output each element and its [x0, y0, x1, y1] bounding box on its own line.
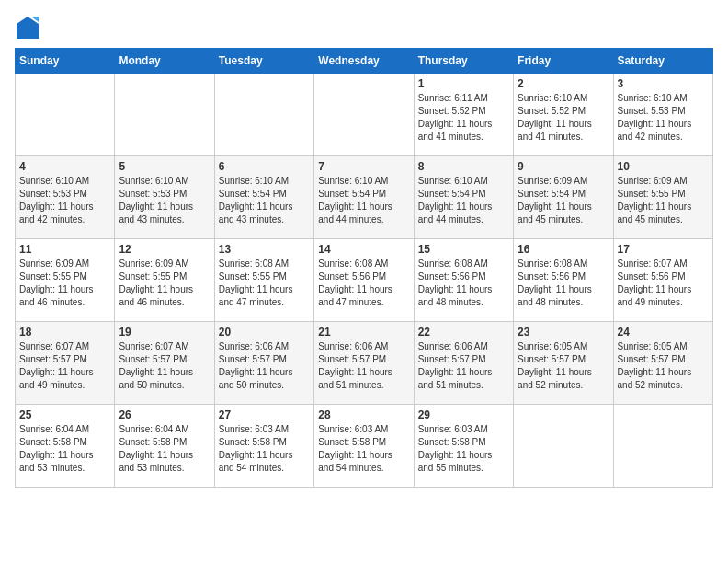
day-info: Sunrise: 6:03 AM Sunset: 5:58 PM Dayligh…: [418, 423, 509, 475]
logo-icon: [15, 15, 40, 40]
day-info: Sunrise: 6:08 AM Sunset: 5:56 PM Dayligh…: [518, 258, 609, 309]
calendar-cell: 15Sunrise: 6:08 AM Sunset: 5:56 PM Dayli…: [414, 239, 513, 322]
day-info: Sunrise: 6:04 AM Sunset: 5:58 PM Dayligh…: [119, 423, 210, 475]
calendar-cell: 26Sunrise: 6:04 AM Sunset: 5:58 PM Dayli…: [115, 405, 214, 488]
calendar-week-row: 25Sunrise: 6:04 AM Sunset: 5:58 PM Dayli…: [16, 405, 713, 488]
calendar-cell: [613, 405, 712, 488]
calendar-cell: 4Sunrise: 6:10 AM Sunset: 5:53 PM Daylig…: [16, 156, 115, 239]
day-number: 6: [219, 160, 310, 173]
calendar-cell: 19Sunrise: 6:07 AM Sunset: 5:57 PM Dayli…: [115, 322, 214, 405]
day-info: Sunrise: 6:10 AM Sunset: 5:54 PM Dayligh…: [418, 175, 509, 226]
day-info: Sunrise: 6:05 AM Sunset: 5:57 PM Dayligh…: [618, 340, 709, 392]
calendar-table: SundayMondayTuesdayWednesdayThursdayFrid…: [15, 48, 713, 488]
day-info: Sunrise: 6:10 AM Sunset: 5:54 PM Dayligh…: [219, 175, 310, 226]
calendar-cell: 2Sunrise: 6:10 AM Sunset: 5:52 PM Daylig…: [514, 74, 613, 156]
day-number: 3: [618, 77, 709, 90]
col-header-friday: Friday: [514, 49, 613, 74]
calendar-cell: 22Sunrise: 6:06 AM Sunset: 5:57 PM Dayli…: [414, 322, 513, 405]
col-header-wednesday: Wednesday: [314, 49, 414, 74]
calendar-week-row: 4Sunrise: 6:10 AM Sunset: 5:53 PM Daylig…: [16, 156, 713, 239]
calendar-cell: [514, 405, 613, 488]
calendar-cell: 9Sunrise: 6:09 AM Sunset: 5:54 PM Daylig…: [514, 156, 613, 239]
day-number: 12: [119, 243, 210, 256]
calendar-cell: [115, 74, 214, 156]
calendar-cell: 29Sunrise: 6:03 AM Sunset: 5:58 PM Dayli…: [414, 405, 513, 488]
calendar-cell: 6Sunrise: 6:10 AM Sunset: 5:54 PM Daylig…: [214, 156, 313, 239]
col-header-monday: Monday: [115, 49, 214, 74]
day-number: 5: [119, 160, 210, 173]
calendar-cell: 12Sunrise: 6:09 AM Sunset: 5:55 PM Dayli…: [115, 239, 214, 322]
calendar-cell: 27Sunrise: 6:03 AM Sunset: 5:58 PM Dayli…: [214, 405, 313, 488]
col-header-saturday: Saturday: [613, 49, 712, 74]
day-number: 13: [219, 243, 310, 256]
day-info: Sunrise: 6:10 AM Sunset: 5:53 PM Dayligh…: [119, 175, 210, 226]
calendar-cell: 21Sunrise: 6:06 AM Sunset: 5:57 PM Dayli…: [314, 322, 414, 405]
day-info: Sunrise: 6:04 AM Sunset: 5:58 PM Dayligh…: [19, 423, 110, 475]
day-number: 25: [19, 408, 110, 421]
day-number: 28: [318, 408, 409, 421]
calendar-cell: 10Sunrise: 6:09 AM Sunset: 5:55 PM Dayli…: [613, 156, 712, 239]
day-number: 10: [618, 160, 709, 173]
logo: [15, 15, 44, 40]
calendar-week-row: 18Sunrise: 6:07 AM Sunset: 5:57 PM Dayli…: [16, 322, 713, 405]
day-number: 17: [618, 243, 709, 256]
calendar-cell: 28Sunrise: 6:03 AM Sunset: 5:58 PM Dayli…: [314, 405, 414, 488]
day-info: Sunrise: 6:10 AM Sunset: 5:53 PM Dayligh…: [618, 92, 709, 144]
calendar-cell: 1Sunrise: 6:11 AM Sunset: 5:52 PM Daylig…: [414, 74, 513, 156]
day-info: Sunrise: 6:07 AM Sunset: 5:57 PM Dayligh…: [19, 340, 110, 392]
col-header-thursday: Thursday: [414, 49, 513, 74]
day-number: 8: [418, 160, 509, 173]
calendar-cell: 20Sunrise: 6:06 AM Sunset: 5:57 PM Dayli…: [214, 322, 313, 405]
calendar-cell: 3Sunrise: 6:10 AM Sunset: 5:53 PM Daylig…: [613, 74, 712, 156]
calendar-week-row: 11Sunrise: 6:09 AM Sunset: 5:55 PM Dayli…: [16, 239, 713, 322]
col-header-tuesday: Tuesday: [214, 49, 313, 74]
calendar-cell: 17Sunrise: 6:07 AM Sunset: 5:56 PM Dayli…: [613, 239, 712, 322]
svg-marker-0: [17, 17, 39, 39]
day-number: 19: [119, 326, 210, 339]
day-number: 21: [318, 326, 409, 339]
day-number: 22: [418, 326, 509, 339]
day-number: 4: [19, 160, 110, 173]
day-number: 15: [418, 243, 509, 256]
page-header: [15, 15, 713, 40]
day-info: Sunrise: 6:08 AM Sunset: 5:56 PM Dayligh…: [418, 258, 509, 309]
day-number: 24: [618, 326, 709, 339]
day-info: Sunrise: 6:07 AM Sunset: 5:56 PM Dayligh…: [618, 258, 709, 309]
day-info: Sunrise: 6:03 AM Sunset: 5:58 PM Dayligh…: [318, 423, 409, 475]
day-number: 9: [518, 160, 609, 173]
day-number: 14: [318, 243, 409, 256]
day-number: 29: [418, 408, 509, 421]
calendar-cell: 25Sunrise: 6:04 AM Sunset: 5:58 PM Dayli…: [16, 405, 115, 488]
day-info: Sunrise: 6:06 AM Sunset: 5:57 PM Dayligh…: [318, 340, 409, 392]
day-number: 16: [518, 243, 609, 256]
calendar-cell: [16, 74, 115, 156]
day-info: Sunrise: 6:09 AM Sunset: 5:55 PM Dayligh…: [19, 258, 110, 309]
day-info: Sunrise: 6:10 AM Sunset: 5:53 PM Dayligh…: [19, 175, 110, 226]
calendar-cell: 18Sunrise: 6:07 AM Sunset: 5:57 PM Dayli…: [16, 322, 115, 405]
day-number: 27: [219, 408, 310, 421]
calendar-cell: 7Sunrise: 6:10 AM Sunset: 5:54 PM Daylig…: [314, 156, 414, 239]
calendar-cell: 8Sunrise: 6:10 AM Sunset: 5:54 PM Daylig…: [414, 156, 513, 239]
col-header-sunday: Sunday: [16, 49, 115, 74]
day-number: 7: [318, 160, 409, 173]
day-info: Sunrise: 6:10 AM Sunset: 5:54 PM Dayligh…: [318, 175, 409, 226]
day-number: 26: [119, 408, 210, 421]
day-info: Sunrise: 6:07 AM Sunset: 5:57 PM Dayligh…: [119, 340, 210, 392]
day-info: Sunrise: 6:10 AM Sunset: 5:52 PM Dayligh…: [518, 92, 609, 144]
day-number: 2: [518, 77, 609, 90]
day-number: 18: [19, 326, 110, 339]
calendar-week-row: 1Sunrise: 6:11 AM Sunset: 5:52 PM Daylig…: [16, 74, 713, 156]
day-info: Sunrise: 6:08 AM Sunset: 5:56 PM Dayligh…: [318, 258, 409, 309]
calendar-cell: 11Sunrise: 6:09 AM Sunset: 5:55 PM Dayli…: [16, 239, 115, 322]
day-info: Sunrise: 6:06 AM Sunset: 5:57 PM Dayligh…: [219, 340, 310, 392]
day-info: Sunrise: 6:09 AM Sunset: 5:55 PM Dayligh…: [119, 258, 210, 309]
calendar-cell: 14Sunrise: 6:08 AM Sunset: 5:56 PM Dayli…: [314, 239, 414, 322]
day-number: 20: [219, 326, 310, 339]
day-number: 11: [19, 243, 110, 256]
day-info: Sunrise: 6:09 AM Sunset: 5:55 PM Dayligh…: [618, 175, 709, 226]
calendar-cell: 13Sunrise: 6:08 AM Sunset: 5:55 PM Dayli…: [214, 239, 313, 322]
calendar-cell: 23Sunrise: 6:05 AM Sunset: 5:57 PM Dayli…: [514, 322, 613, 405]
calendar-header-row: SundayMondayTuesdayWednesdayThursdayFrid…: [16, 49, 713, 74]
calendar-cell: 16Sunrise: 6:08 AM Sunset: 5:56 PM Dayli…: [514, 239, 613, 322]
calendar-cell: 24Sunrise: 6:05 AM Sunset: 5:57 PM Dayli…: [613, 322, 712, 405]
